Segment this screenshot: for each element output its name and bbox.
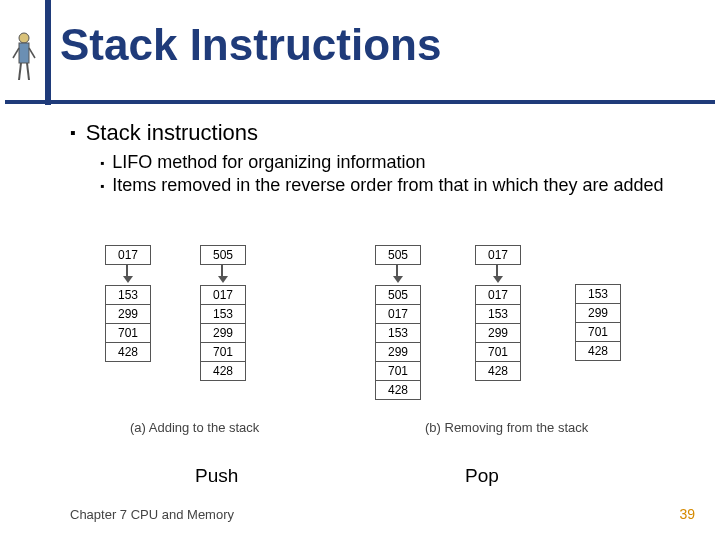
stack-col-1: 017 153 299 701 428 xyxy=(105,245,151,362)
stack-cell: 428 xyxy=(200,362,246,381)
stack-cell: 428 xyxy=(105,343,151,362)
title-underline xyxy=(5,100,715,104)
stack-cell: 153 xyxy=(200,305,246,324)
stack-cell: 428 xyxy=(475,362,521,381)
stack-cell: 153 xyxy=(475,305,521,324)
svg-line-4 xyxy=(19,63,21,80)
stack-cell: 299 xyxy=(200,324,246,343)
stack-col-4: 017 017 153 299 701 428 xyxy=(475,245,521,381)
footer-chapter: Chapter 7 CPU and Memory xyxy=(70,507,234,522)
stack-cell: 428 xyxy=(575,342,621,361)
stack-cell: 017 xyxy=(475,285,521,305)
stack-cell: 701 xyxy=(200,343,246,362)
pop-label: Pop xyxy=(465,465,499,487)
stack-col-3: 505 505 017 153 299 701 428 xyxy=(375,245,421,400)
stack-cell: 299 xyxy=(475,324,521,343)
stack-cell: 017 xyxy=(200,285,246,305)
bullet-l1: Stack instructions xyxy=(70,120,690,146)
svg-line-2 xyxy=(13,48,19,58)
slide-title: Stack Instructions xyxy=(60,20,441,70)
stack-top: 505 xyxy=(375,245,421,265)
svg-rect-1 xyxy=(19,43,29,63)
svg-line-5 xyxy=(27,63,29,80)
stack-cell: 017 xyxy=(375,305,421,324)
svg-line-3 xyxy=(29,48,35,58)
slide: Stack Instructions Stack instructions LI… xyxy=(0,0,720,540)
bullet-l2b: Items removed in the reverse order from … xyxy=(100,175,690,196)
mascot-icon xyxy=(10,30,38,85)
diagram-caption-b: (b) Removing from the stack xyxy=(425,420,588,435)
stack-col-2: 505 017 153 299 701 428 xyxy=(200,245,246,381)
stack-cell: 153 xyxy=(575,284,621,304)
diagram-caption-a: (a) Adding to the stack xyxy=(130,420,259,435)
stack-cell: 701 xyxy=(475,343,521,362)
stack-cell: 701 xyxy=(105,324,151,343)
stack-cell: 428 xyxy=(375,381,421,400)
page-number: 39 xyxy=(679,506,695,522)
stack-cell: 153 xyxy=(375,324,421,343)
stack-cell: 505 xyxy=(375,285,421,305)
stack-cell: 299 xyxy=(105,305,151,324)
stack-cell: 153 xyxy=(105,285,151,305)
svg-point-0 xyxy=(19,33,29,43)
stack-diagram: 017 153 299 701 428 505 017 153 299 701 … xyxy=(95,245,655,455)
stack-top: 017 xyxy=(105,245,151,265)
stack-cell: 701 xyxy=(575,323,621,342)
stack-top: 505 xyxy=(200,245,246,265)
title-accent-bar xyxy=(45,0,51,105)
push-label: Push xyxy=(195,465,238,487)
stack-col-5: 153 299 701 428 xyxy=(575,245,621,361)
bullet-l2a: LIFO method for organizing information xyxy=(100,152,690,173)
stack-cell: 299 xyxy=(375,343,421,362)
bullet-list: Stack instructions LIFO method for organ… xyxy=(70,120,690,198)
stack-top: 017 xyxy=(475,245,521,265)
stack-cell: 701 xyxy=(375,362,421,381)
stack-cell: 299 xyxy=(575,304,621,323)
